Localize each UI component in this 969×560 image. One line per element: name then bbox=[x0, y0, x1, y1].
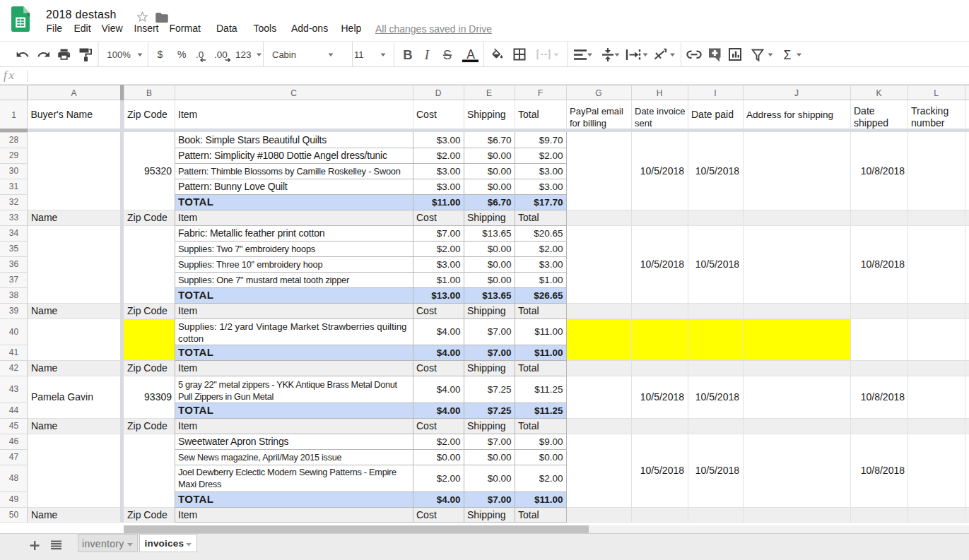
svg-text:48: 48 bbox=[9, 473, 19, 483]
svg-text:Supplies: Three 10" embroidery: Supplies: Three 10" embroidery hoop bbox=[178, 259, 322, 270]
svg-text:36: 36 bbox=[9, 259, 19, 269]
svg-text:H: H bbox=[657, 88, 663, 98]
svg-text:Name: Name bbox=[31, 420, 58, 431]
svg-text:$4.00: $4.00 bbox=[437, 326, 461, 337]
svg-text:41: 41 bbox=[9, 347, 19, 357]
svg-text:5 gray 22" metal zippers - YKK: 5 gray 22" metal zippers - YKK Antique B… bbox=[178, 379, 398, 390]
svg-text:$2.00: $2.00 bbox=[437, 436, 461, 447]
svg-text:Supplies: 1/2 yard Vintage Mar: Supplies: 1/2 yard Vintage Market Strawb… bbox=[178, 321, 406, 332]
svg-text:$7.25: $7.25 bbox=[488, 384, 512, 395]
svg-text:Name: Name bbox=[31, 212, 58, 223]
svg-text:$0.00: $0.00 bbox=[488, 150, 512, 161]
svg-text:TOTAL: TOTAL bbox=[178, 196, 213, 208]
svg-text:TOTAL: TOTAL bbox=[178, 404, 213, 416]
svg-text:Book: Simple Stars Beautiful Q: Book: Simple Stars Beautiful Quilts bbox=[178, 134, 327, 145]
svg-text:40: 40 bbox=[9, 327, 19, 337]
svg-text:Zip Code: Zip Code bbox=[127, 509, 168, 520]
svg-text:.00: .00 bbox=[214, 49, 228, 60]
svg-text:Supplies: One 7" mustard metal: Supplies: One 7" mustard metal tooth zip… bbox=[178, 275, 350, 285]
svg-text:cotton: cotton bbox=[178, 333, 204, 344]
svg-text:11: 11 bbox=[354, 49, 364, 60]
svg-text:44: 44 bbox=[9, 405, 19, 415]
svg-text:10/5/2018: 10/5/2018 bbox=[640, 165, 684, 177]
svg-text:$0.00: $0.00 bbox=[488, 275, 512, 285]
svg-text:Sweetwater Apron Strings: Sweetwater Apron Strings bbox=[178, 436, 288, 447]
svg-text:Cost: Cost bbox=[416, 509, 437, 520]
svg-text:Fabric: Metallic feather print: Fabric: Metallic feather print cotton bbox=[178, 227, 324, 239]
svg-text:Date invoice: Date invoice bbox=[635, 106, 686, 117]
svg-text:A: A bbox=[466, 47, 475, 61]
svg-text:$0.00: $0.00 bbox=[437, 452, 461, 463]
svg-text:%: % bbox=[177, 49, 186, 60]
svg-text:Zip Code: Zip Code bbox=[127, 305, 168, 316]
svg-text:$13.65: $13.65 bbox=[482, 228, 511, 239]
svg-text:38: 38 bbox=[9, 290, 19, 300]
svg-text:$13.65: $13.65 bbox=[482, 290, 512, 301]
svg-text:$2.00: $2.00 bbox=[437, 244, 461, 254]
svg-text:10/5/2018: 10/5/2018 bbox=[640, 391, 684, 403]
svg-text:Pattern: Thimble Blossoms by C: Pattern: Thimble Blossoms by Camille Ros… bbox=[178, 166, 401, 177]
svg-text:Total: Total bbox=[518, 362, 539, 374]
svg-text:Pull Zippers in Gun Metal: Pull Zippers in Gun Metal bbox=[178, 391, 274, 402]
svg-text:$4.00: $4.00 bbox=[437, 405, 461, 416]
svg-text:$7.00: $7.00 bbox=[437, 228, 461, 239]
svg-text:L: L bbox=[934, 88, 939, 98]
svg-text:10/8/2018: 10/8/2018 bbox=[861, 258, 905, 270]
svg-text:$0.00: $0.00 bbox=[488, 181, 512, 192]
svg-text:28: 28 bbox=[9, 135, 19, 145]
svg-text:Cabin: Cabin bbox=[272, 49, 296, 60]
svg-text:$4.00: $4.00 bbox=[437, 494, 461, 505]
svg-text:50: 50 bbox=[9, 510, 19, 520]
svg-text:33: 33 bbox=[9, 213, 19, 222]
svg-text:$4.00: $4.00 bbox=[437, 384, 461, 395]
svg-text:Zip Code: Zip Code bbox=[127, 212, 168, 223]
svg-text:C: C bbox=[290, 88, 297, 98]
svg-text:1: 1 bbox=[11, 110, 16, 120]
svg-text:$2.00: $2.00 bbox=[539, 244, 563, 254]
svg-text:95320: 95320 bbox=[144, 165, 172, 177]
svg-text:10/8/2018: 10/8/2018 bbox=[861, 465, 905, 476]
svg-text:$11.00: $11.00 bbox=[534, 494, 563, 505]
svg-text:$0.00: $0.00 bbox=[488, 259, 512, 270]
svg-text:$3.00: $3.00 bbox=[539, 259, 563, 270]
svg-text:$11.00: $11.00 bbox=[432, 197, 461, 208]
svg-text:Cost: Cost bbox=[416, 305, 437, 316]
svg-text:31: 31 bbox=[9, 181, 19, 191]
svg-text:E: E bbox=[486, 88, 492, 98]
svg-text:35: 35 bbox=[9, 244, 19, 254]
svg-text:10/5/2018: 10/5/2018 bbox=[640, 258, 684, 270]
svg-text:Name: Name bbox=[31, 509, 58, 520]
svg-text:Shipping: Shipping bbox=[467, 109, 506, 120]
svg-text:Pattern: Simplicity #1080 Dott: Pattern: Simplicity #1080 Dottie Angel d… bbox=[178, 150, 387, 161]
svg-text:46: 46 bbox=[9, 436, 19, 446]
svg-text:Cost: Cost bbox=[416, 420, 437, 431]
svg-text:$20.65: $20.65 bbox=[534, 228, 563, 239]
svg-text:$26.65: $26.65 bbox=[534, 290, 563, 301]
svg-text:$11.25: $11.25 bbox=[534, 405, 563, 416]
svg-text:$9.00: $9.00 bbox=[539, 436, 563, 447]
svg-text:$: $ bbox=[158, 49, 163, 60]
svg-text:$6.70: $6.70 bbox=[488, 197, 512, 208]
svg-text:G: G bbox=[595, 88, 601, 98]
svg-text:$7.25: $7.25 bbox=[488, 405, 512, 416]
svg-text:Pattern: Bunny Love Quilt: Pattern: Bunny Love Quilt bbox=[178, 181, 288, 192]
svg-text:Zip Code: Zip Code bbox=[127, 362, 168, 374]
svg-text:$2.00: $2.00 bbox=[539, 150, 563, 161]
svg-text:Σ: Σ bbox=[784, 48, 792, 62]
svg-text:$9.70: $9.70 bbox=[539, 135, 563, 145]
svg-text:29: 29 bbox=[9, 150, 19, 160]
svg-text:Total: Total bbox=[518, 420, 539, 431]
svg-text:Shipping: Shipping bbox=[467, 362, 506, 374]
svg-text:$2.00: $2.00 bbox=[437, 150, 461, 161]
svg-text:39: 39 bbox=[9, 306, 19, 316]
svg-text:$17.70: $17.70 bbox=[534, 197, 563, 208]
svg-text:$3.00: $3.00 bbox=[539, 181, 563, 192]
svg-text:for billing: for billing bbox=[570, 118, 606, 129]
svg-text:Zip Code: Zip Code bbox=[127, 109, 168, 120]
svg-text:$3.00: $3.00 bbox=[437, 166, 461, 177]
svg-text:$0.00: $0.00 bbox=[488, 452, 512, 463]
svg-text:Shipping: Shipping bbox=[467, 420, 506, 431]
svg-text:shipped: shipped bbox=[854, 117, 888, 129]
svg-text:10/5/2018: 10/5/2018 bbox=[640, 465, 684, 476]
svg-text:$11.00: $11.00 bbox=[534, 326, 563, 337]
